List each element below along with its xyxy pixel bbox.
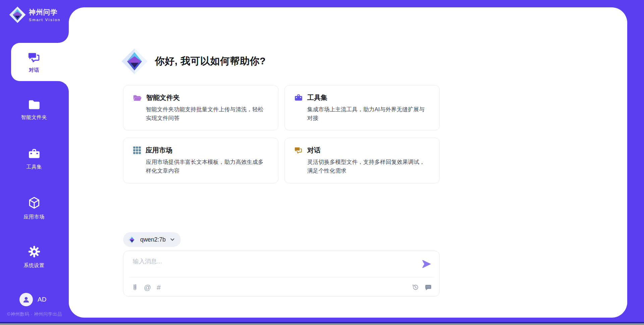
card-smart-folder[interactable]: 智能文件夹 智能文件夹功能支持批量文件上传与清洗，轻松实现文件问答 [123,85,278,130]
model-selector[interactable]: qwen2:7b [123,232,181,247]
tab-connector-bottom [58,81,69,92]
gem-diamond-icon [9,6,26,23]
composer-divider [129,277,433,277]
send-arrow-icon [421,259,431,269]
sidebar-item-label: 工具集 [11,164,57,170]
folder-icon [28,99,41,110]
person-icon [22,295,31,304]
card-title: 应用市场 [146,146,172,155]
gem-diamond-icon [121,48,148,75]
sidebar-item-settings[interactable]: 系统设置 [11,245,57,269]
cube-icon [28,196,41,210]
sidebar-item-label: 对话 [29,67,39,73]
message-composer: @ # [123,251,440,297]
toolbox-icon [28,148,41,160]
brand-name: 神州问学 [29,8,61,17]
card-app-market[interactable]: 应用市场 应用市场提供丰富长文本模板，助力高效生成多样化文章内容 [123,138,278,183]
user-initials: AD [38,296,46,303]
send-button[interactable] [421,259,431,269]
sidebar-item-toolset[interactable]: 工具集 [11,148,57,170]
card-description: 灵活切换多模型文件，支持多样回复效果调试，满足个性化需求 [307,158,430,175]
sidebar-item-smart-folder[interactable]: 智能文件夹 [11,99,57,121]
brand-subtitle: Smart Vision [29,18,61,22]
sidebar-item-label: 智能文件夹 [11,114,57,121]
sidebar-item-label: 系统设置 [11,262,57,269]
folder-open-icon [133,94,142,102]
composer-toolbar: @ # [131,282,432,292]
chat-bubbles-icon [28,51,41,64]
brand-logo: 神州问学 Smart Vision [9,6,61,23]
sidebar-item-app-market[interactable]: 应用市场 [11,196,57,220]
user-account[interactable]: AD [19,293,46,306]
history-button[interactable] [412,283,419,291]
message-icon [424,283,432,291]
message-input[interactable] [132,258,395,265]
gear-icon [28,245,41,258]
paperclip-icon [131,283,138,291]
sidebar-footer-credit: ©神州数码 · 神州问学出品 [1,311,68,317]
card-title: 智能文件夹 [146,93,180,102]
toolbox-icon [294,93,303,102]
card-title: 工具集 [307,93,327,102]
sidebar-item-label: 应用市场 [11,214,57,220]
card-title: 对话 [307,146,321,155]
chevron-down-icon [169,237,175,243]
chat-bubbles-icon [294,146,303,155]
history-icon [412,283,419,291]
card-description: 智能文件夹功能支持批量文件上传与清洗，轻松实现文件问答 [146,105,269,122]
greeting-row: 你好, 我可以如何帮助你? [121,48,266,75]
greeting-title: 你好, 我可以如何帮助你? [155,55,266,68]
gem-diamond-icon [127,235,137,244]
app-window: 神州问学 Smart Vision 对话 智能文件夹 工具集 [0,0,644,325]
sidebar-item-chat[interactable]: 对话 [11,43,70,81]
shortcut-cards: 智能文件夹 智能文件夹功能支持批量文件上传与清洗，轻松实现文件问答 工具集 集成… [123,85,440,183]
mention-button[interactable]: @ [144,284,151,291]
card-toolset[interactable]: 工具集 集成市场上主流工具，助力AI与外界无缝扩展与对接 [284,85,440,130]
card-chat[interactable]: 对话 灵活切换多模型文件，支持多样回复效果调试，满足个性化需求 [284,138,440,183]
at-icon: @ [144,284,151,291]
hash-icon: # [157,284,161,291]
attach-file-button[interactable] [131,283,138,291]
model-name: qwen2:7b [140,236,166,243]
avatar [19,293,33,306]
topic-button[interactable]: # [157,284,161,291]
grid-icon [133,146,141,154]
tab-connector-top [58,32,69,43]
bottom-strip-gray [0,323,644,325]
card-description: 集成市场上主流工具，助力AI与外界无缝扩展与对接 [307,105,430,122]
card-description: 应用市场提供丰富长文本模板，助力高效生成多样化文章内容 [146,158,269,175]
conversation-button[interactable] [424,283,432,291]
